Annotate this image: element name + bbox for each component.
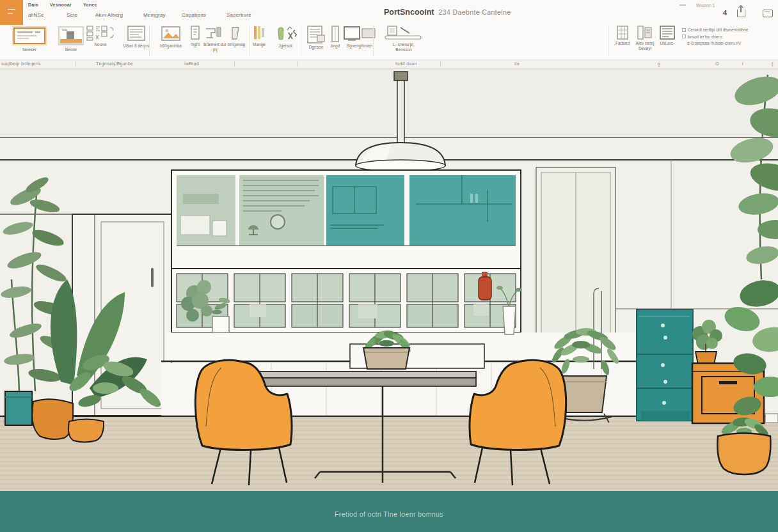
ulderc-button[interactable]: Uld,erc-	[656, 25, 678, 46]
elements-button[interactable]: Bdemert:dur (nj	[202, 25, 228, 53]
group-label-slides: Tngnnaly/Bgunbe	[96, 61, 133, 66]
layout-button-label: U8ari 8 deqos	[123, 43, 149, 48]
shape-icon	[228, 25, 243, 42]
menu-item-file[interactable]: Dam	[28, 3, 38, 7]
ribbon-separator	[608, 26, 608, 56]
divider	[679, 4, 686, 6]
group-separator	[75, 61, 76, 66]
checkbox-icon[interactable]	[682, 28, 686, 32]
document-title-rest: 234 Daebnte Cantelne	[438, 8, 511, 16]
ribbon-separator	[373, 26, 374, 56]
ribbon-separator	[149, 26, 150, 56]
new-slide-button[interactable]: Becde	[55, 25, 87, 52]
status-mark-4[interactable]: (	[772, 61, 774, 66]
status-mark-1[interactable]: g	[658, 61, 660, 66]
tab-insert[interactable]: Sete	[67, 12, 77, 18]
alev-label-2: Devayi	[639, 46, 651, 51]
snenupt-label-1: L- snenu'pt,	[393, 42, 415, 47]
slide-illustration	[0, 68, 778, 491]
shape-button[interactable]: bmgenag	[228, 25, 243, 47]
shape-button-label: bmgenag	[228, 42, 245, 47]
pictures-button-label: b60ganinba	[160, 43, 182, 48]
slide-footer-bar: Fretiod of octn Tlne loenr bomnus	[0, 491, 778, 532]
tab-review[interactable]: Sacerbure	[226, 12, 251, 18]
group-label-clipboard: suqtbeqr bnfeqerts	[1, 61, 41, 66]
option-label-2: bnvori ier'lsu doero:	[688, 35, 723, 39]
layout-button[interactable]: U8ari 8 deqos	[119, 25, 154, 49]
new-slide-icon	[55, 25, 87, 47]
share-icon[interactable]	[737, 10, 745, 17]
ribbon-toolbar: faoeser Becde Noune U8ari 8 deqos b60gan…	[0, 23, 778, 59]
ribbon-group-labels: suqtbeqr bnfeqerts Tngnnaly/Bgunbe IwBra…	[0, 59, 778, 68]
document-title-main: PortSncooint	[384, 8, 434, 17]
app-logo-icon[interactable]	[0, 0, 23, 25]
paragraph-lines-icon	[656, 25, 678, 40]
ribbon-separator	[301, 26, 301, 56]
fadund-button-label: Fadund	[615, 41, 630, 45]
group-label-font: IwBrad	[184, 61, 199, 66]
ulderc-button-label: Uld,erc-	[660, 41, 675, 45]
tab-animations[interactable]: Capabens	[182, 12, 206, 18]
titlebar: Dam Vesnooar Yonec aliNSe Sete Alun Albe…	[0, 0, 778, 23]
tight-button-label: Tight	[191, 42, 200, 47]
columns-icon	[633, 25, 656, 40]
group-label-drawing: fort# doan	[395, 61, 417, 66]
slide-caption: Fretiod of octn Tlne loenr bomnus	[0, 510, 778, 518]
slide-canvas[interactable]: Fretiod of octn Tlne loenr bomnus	[0, 68, 778, 532]
font-tools-label: Noune	[94, 42, 106, 47]
alev-button[interactable]: Alev nernj Devayi	[633, 25, 656, 52]
notification-count: 4	[723, 9, 727, 17]
pictures-button[interactable]: b60ganinba	[155, 25, 187, 49]
paste-button-label: faoeser	[22, 47, 36, 52]
mange-button-label: Mange	[253, 42, 266, 47]
new-slide-button-label: Becde	[65, 47, 77, 52]
tab-design[interactable]: Alun Alberg	[95, 12, 123, 18]
tab-home[interactable]: aliNSe	[28, 12, 44, 18]
dgnsoe-button[interactable]: Dgnsoe	[303, 25, 329, 50]
two-screens-icon	[342, 25, 377, 43]
group-separator	[440, 61, 441, 66]
jgersot-button-label: Jgersot	[278, 43, 292, 48]
status-mark-2[interactable]: O	[715, 61, 719, 66]
watering-can-icon	[271, 25, 299, 43]
checkbox-icon[interactable]	[682, 35, 686, 38]
option-label-1: Cerwrdi nertbpi drlt dlsmenostbne.	[688, 27, 749, 32]
snenupt-button[interactable]: L- snenu'pt, Beossoo	[381, 25, 426, 53]
status-mark-3[interactable]: i	[742, 61, 743, 66]
snenupt-label-2: Beossoo	[395, 47, 411, 52]
fadund-button[interactable]: Fadund	[613, 25, 632, 46]
alev-label-1: Alev nernj	[636, 41, 655, 45]
menu-item-tools[interactable]: Yonec	[83, 3, 97, 7]
option-label-3: d Croeqrsna l'h.boer-cneru.rlV	[687, 41, 741, 45]
bngd-button-label: bngd	[331, 43, 340, 48]
font-tools-cluster[interactable]: Noune	[83, 25, 118, 47]
mange-icon	[248, 25, 270, 42]
jgersot-button[interactable]: Jgersot	[271, 25, 299, 49]
panel-icon	[329, 25, 342, 43]
dgnsoe-button-label: Dgnsoe	[309, 45, 323, 49]
teal-dresser	[637, 309, 693, 421]
tablet-pen-icon	[381, 25, 426, 42]
sgnengtfonen-button[interactable]: Sgnengtfonen	[342, 25, 377, 49]
floor	[0, 418, 778, 491]
group-separator	[297, 61, 298, 66]
document-icon	[303, 25, 329, 44]
upper-window	[171, 170, 521, 269]
sgnengtfonen-button-label: Sgnengtfonen	[347, 43, 372, 48]
font-tools-icons	[83, 25, 118, 42]
tight-button[interactable]: Tight	[188, 25, 202, 47]
pictures-icon	[155, 25, 187, 43]
tab-transitions[interactable]: Memgray	[143, 12, 166, 18]
tight-icon	[188, 25, 202, 42]
bngd-button[interactable]: bngd	[329, 25, 342, 49]
menu-item-options[interactable]: Vesnooar	[50, 3, 72, 7]
paste-button[interactable]: faoeser	[5, 25, 54, 52]
grid-icon	[613, 25, 632, 40]
mange-button[interactable]: Mange	[248, 25, 270, 47]
group-label-editing: i/e	[514, 61, 520, 66]
restore-window-icon[interactable]	[763, 10, 773, 17]
user-account-label[interactable]: Wusnnn 1	[696, 3, 715, 8]
elements-label-2: (nj	[212, 47, 217, 52]
checklist-options[interactable]: Cerwrdi nertbpi drlt dlsmenostbne. bnvor…	[682, 27, 777, 48]
group-separator	[234, 61, 235, 66]
